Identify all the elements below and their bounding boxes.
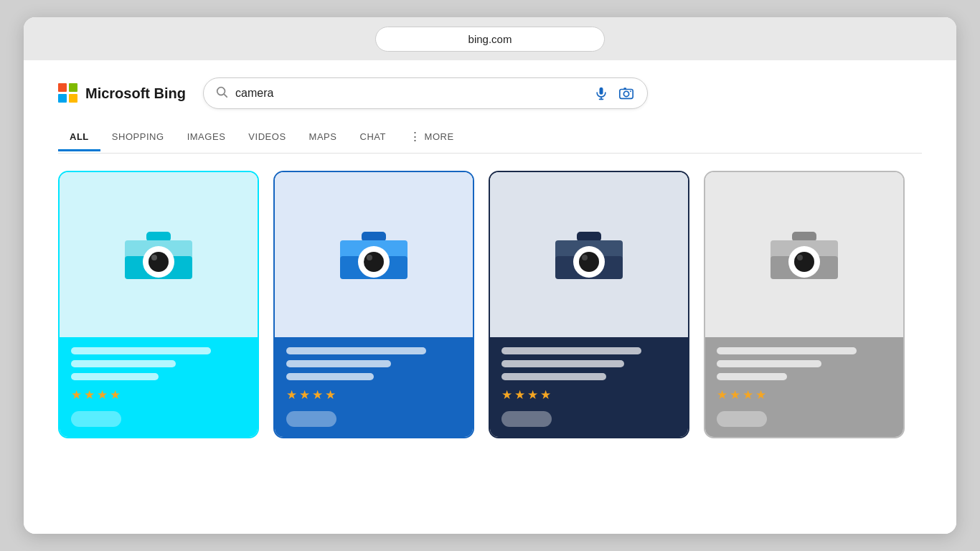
- star-2: ★: [84, 387, 95, 402]
- card-2-subtitle-line: [286, 360, 391, 367]
- card-4-stars: ★ ★ ★ ★: [717, 387, 892, 402]
- card-4-detail-line: [717, 373, 787, 380]
- bing-logo[interactable]: Microsoft Bing: [58, 83, 186, 103]
- search-icon: [215, 85, 228, 101]
- tab-all[interactable]: ALL: [58, 124, 100, 151]
- svg-point-31: [794, 252, 814, 272]
- svg-rect-7: [623, 88, 626, 90]
- star-2: ★: [299, 387, 310, 402]
- camera-search-button[interactable]: [617, 84, 636, 103]
- card-3-button[interactable]: [501, 411, 552, 427]
- search-bar[interactable]: [203, 77, 648, 109]
- svg-rect-2: [600, 88, 603, 95]
- card-2-stars: ★ ★ ★ ★: [286, 387, 461, 402]
- card-2-button[interactable]: [286, 411, 336, 427]
- square-blue: [58, 94, 67, 103]
- svg-point-32: [797, 255, 803, 260]
- svg-point-26: [582, 255, 588, 260]
- browser-window: bing.com Microsoft Bing: [24, 17, 956, 534]
- star-3: ★: [743, 387, 753, 402]
- card-2-title-line: [286, 347, 426, 354]
- bing-logo-text: Microsoft Bing: [85, 85, 186, 102]
- tab-maps[interactable]: MAPS: [298, 124, 349, 151]
- product-card-1[interactable]: ★ ★ ★ ★: [58, 171, 259, 438]
- product-card-2[interactable]: ★ ★ ★ ★: [273, 171, 474, 438]
- card-1-button[interactable]: [71, 411, 121, 427]
- svg-line-1: [224, 94, 227, 97]
- card-4-subtitle-line: [717, 360, 821, 367]
- product-card-4[interactable]: ★ ★ ★ ★: [704, 171, 905, 438]
- tab-chat[interactable]: CHAT: [349, 124, 398, 151]
- card-1-detail-line: [71, 373, 159, 380]
- card-4-image-area: [705, 172, 903, 337]
- tab-videos[interactable]: VIDEOS: [237, 124, 297, 151]
- svg-point-13: [149, 252, 169, 272]
- svg-point-6: [623, 91, 628, 96]
- card-1-title-line: [71, 347, 211, 354]
- svg-point-20: [367, 255, 372, 260]
- microsoft-squares-icon: [58, 83, 78, 103]
- browser-bar: bing.com: [24, 17, 956, 60]
- search-input[interactable]: [235, 87, 585, 100]
- star-3: ★: [97, 387, 108, 402]
- star-1: ★: [286, 387, 297, 402]
- svg-rect-9: [146, 232, 171, 242]
- card-1-stars: ★ ★ ★ ★: [71, 387, 246, 402]
- tab-more[interactable]: ⋮ MORE: [397, 122, 466, 154]
- star-4: ★: [755, 387, 766, 402]
- card-1-image-area: [60, 172, 258, 337]
- card-4-button[interactable]: [717, 411, 767, 427]
- svg-rect-15: [362, 232, 386, 242]
- card-2-detail-line: [286, 373, 374, 380]
- card-2-image-area: [275, 172, 473, 337]
- square-red: [58, 83, 67, 92]
- star-4: ★: [540, 387, 551, 402]
- star-3: ★: [312, 387, 323, 402]
- star-3: ★: [527, 387, 538, 402]
- svg-point-14: [151, 255, 157, 260]
- tab-shopping[interactable]: SHOPPING: [100, 124, 176, 151]
- card-1-info: ★ ★ ★ ★: [60, 337, 258, 437]
- card-3-image-area: [490, 172, 688, 337]
- product-card-3[interactable]: ★ ★ ★ ★: [489, 171, 689, 438]
- card-1-subtitle-line: [71, 360, 176, 367]
- cards-row: ★ ★ ★ ★: [58, 171, 922, 438]
- star-4: ★: [110, 387, 121, 402]
- star-2: ★: [514, 387, 525, 402]
- tab-images[interactable]: IMAGES: [176, 124, 237, 151]
- svg-rect-27: [792, 232, 816, 242]
- star-1: ★: [71, 387, 82, 402]
- card-4-title-line: [717, 347, 857, 354]
- card-3-subtitle-line: [501, 360, 624, 367]
- star-1: ★: [501, 387, 512, 402]
- star-1: ★: [717, 387, 727, 402]
- svg-rect-21: [577, 232, 601, 242]
- square-yellow: [69, 94, 77, 103]
- header-row: Microsoft Bing: [58, 77, 922, 109]
- camera-icon-4: [758, 219, 851, 291]
- more-dots-icon: ⋮: [409, 129, 422, 144]
- star-4: ★: [325, 387, 336, 402]
- card-3-stars: ★ ★ ★ ★: [501, 387, 677, 402]
- card-4-info: ★ ★ ★ ★: [705, 337, 903, 437]
- square-green: [69, 83, 77, 92]
- card-2-info: ★ ★ ★ ★: [275, 337, 473, 437]
- svg-point-8: [630, 90, 631, 92]
- star-2: ★: [730, 387, 740, 402]
- card-3-title-line: [501, 347, 641, 354]
- nav-tabs: ALL SHOPPING IMAGES VIDEOS MAPS CHAT ⋮ M…: [58, 122, 922, 154]
- camera-icon-2: [327, 219, 420, 291]
- page-content: Microsoft Bing: [24, 60, 956, 534]
- mic-button[interactable]: [593, 85, 610, 102]
- camera-icon-3: [542, 219, 636, 291]
- search-right-icons: [593, 84, 636, 103]
- card-3-detail-line: [501, 373, 606, 380]
- address-bar[interactable]: bing.com: [375, 27, 605, 52]
- svg-point-25: [579, 252, 599, 272]
- card-3-info: ★ ★ ★ ★: [490, 337, 688, 437]
- svg-point-19: [364, 252, 384, 272]
- camera-icon-1: [112, 219, 205, 291]
